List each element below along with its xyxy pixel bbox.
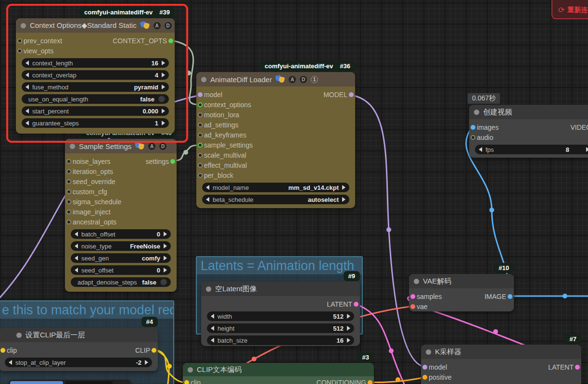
input-port-vae[interactable] — [410, 304, 415, 309]
input-port-clip[interactable] — [184, 380, 189, 384]
node-header[interactable]: Sample Settings A D — [65, 139, 177, 153]
node-create-video[interactable]: 创建视频 images VIDEO audio fps 8 — [469, 105, 588, 158]
decrement-arrow-icon[interactable] — [211, 314, 214, 319]
input-port-ad-keyframes[interactable] — [198, 133, 203, 137]
node-sample-settings[interactable]: Sample Settings A D noise_layers setting… — [65, 139, 177, 292]
decrement-arrow-icon[interactable] — [26, 121, 29, 125]
widget-fps[interactable]: fps 8 — [475, 145, 588, 154]
node-header[interactable]: 设置CLIP最后一层 — [0, 328, 158, 342]
widget-context-length[interactable]: context_length 16 — [22, 58, 169, 68]
decrement-arrow-icon[interactable] — [26, 109, 29, 113]
input-port-motion-lora[interactable] — [198, 112, 203, 117]
widget-pill[interactable] — [65, 381, 113, 384]
output-port-conditioning[interactable] — [368, 380, 372, 384]
node-context-options[interactable]: Context Options◆Standard Static A D prev… — [16, 18, 175, 134]
widget-start-percent[interactable]: start_percent 0.000 — [22, 106, 169, 116]
collapse-dot-icon[interactable] — [426, 349, 431, 355]
node-clip-text-encode[interactable]: CLIP文本编码 clip CONDITIONING — [183, 363, 374, 384]
decrement-arrow-icon[interactable] — [75, 268, 78, 273]
input-port-audio[interactable] — [471, 135, 475, 140]
decrement-arrow-icon[interactable] — [479, 147, 482, 152]
node-animatediff-loader[interactable]: AnimateDiff Loader A D 1 model MODEL con… — [196, 72, 355, 208]
collapse-dot-icon[interactable] — [16, 333, 22, 338]
prev-arrow-icon[interactable] — [75, 256, 78, 260]
next-arrow-icon[interactable] — [164, 244, 167, 248]
output-port-clip[interactable] — [152, 348, 156, 353]
node-header[interactable]: 空Latent图像 — [201, 282, 360, 296]
widget-width[interactable]: width 512 — [207, 311, 354, 321]
increment-arrow-icon[interactable] — [347, 314, 350, 319]
widget-beta-schedule[interactable]: beta_schedule autoselect — [202, 195, 349, 204]
decrement-arrow-icon[interactable] — [26, 73, 29, 77]
prev-arrow-icon[interactable] — [26, 85, 29, 89]
node-ksampler[interactable]: K采样器 model LATENT positive — [421, 345, 581, 384]
input-port-sigma-schedule[interactable] — [66, 199, 71, 204]
input-port-context-options[interactable] — [198, 102, 203, 107]
increment-arrow-icon[interactable] — [347, 338, 350, 343]
input-port-view-opts[interactable] — [17, 49, 22, 53]
output-port-model[interactable] — [349, 92, 354, 97]
decrement-arrow-icon[interactable] — [211, 338, 214, 343]
input-port-model[interactable] — [422, 365, 427, 370]
input-port-sample-settings[interactable] — [198, 143, 203, 148]
prev-arrow-icon[interactable] — [75, 244, 78, 248]
input-port-iteration-opts[interactable] — [66, 169, 71, 174]
decrement-arrow-icon[interactable] — [26, 61, 29, 65]
collapse-dot-icon[interactable] — [21, 23, 26, 28]
decrement-arrow-icon[interactable] — [9, 360, 12, 365]
increment-arrow-icon[interactable] — [164, 232, 167, 236]
increment-arrow-icon[interactable] — [162, 73, 165, 77]
input-port-positive[interactable] — [422, 375, 427, 380]
widget-guarantee-steps[interactable]: guarantee_steps 1 — [22, 118, 169, 128]
increment-arrow-icon[interactable] — [164, 268, 167, 273]
node-header[interactable]: VAE解码 — [409, 274, 514, 288]
node-header[interactable]: AnimateDiff Loader A D 1 — [196, 72, 355, 87]
increment-arrow-icon[interactable] — [347, 326, 350, 331]
widget-seed-offset[interactable]: seed_offset 0 — [71, 265, 171, 275]
increment-arrow-icon[interactable] — [145, 360, 148, 365]
output-port-latent[interactable] — [575, 365, 580, 370]
toggle-knob[interactable] — [158, 96, 165, 102]
prev-arrow-icon[interactable] — [206, 197, 209, 202]
next-arrow-icon[interactable] — [162, 85, 165, 89]
collapse-dot-icon[interactable] — [206, 286, 211, 292]
node-empty-latent[interactable]: 空Latent图像 LATENT width 512 height 512 ba… — [201, 282, 360, 346]
widget-batch-offset[interactable]: batch_offset 0 — [71, 229, 171, 239]
reconnect-toast[interactable]: ⟳ 重新连接 — [551, 0, 588, 19]
output-port-settings[interactable] — [170, 159, 175, 164]
prev-arrow-icon[interactable] — [206, 185, 209, 190]
next-arrow-icon[interactable] — [342, 185, 345, 190]
input-port-seed-override[interactable] — [66, 179, 71, 184]
decrement-arrow-icon[interactable] — [75, 232, 78, 236]
node-header[interactable]: Context Options◆Standard Static A D — [16, 18, 175, 33]
node-header[interactable]: K采样器 — [421, 345, 581, 359]
widget-seed-gen[interactable]: seed_gen comfy — [71, 253, 171, 263]
widget-batch-size[interactable]: batch_size 16 — [207, 335, 354, 345]
input-port-clip[interactable] — [0, 348, 5, 353]
toggle-knob[interactable] — [160, 279, 167, 285]
increment-arrow-icon[interactable] — [162, 121, 165, 125]
widget-stop-at-clip-layer[interactable]: stop_at_clip_layer -2 — [5, 358, 152, 367]
widget-fuse-method[interactable]: fuse_method pyramid — [22, 82, 169, 92]
node-partial-bottom[interactable] — [9, 380, 131, 384]
input-port-effect-multival[interactable] — [198, 163, 203, 168]
input-port-images[interactable] — [471, 125, 475, 130]
comfyui-canvas[interactable]: { "colors": { "bg": "#1f1f1f", "node-gra… — [0, 0, 588, 384]
input-port-samples[interactable] — [410, 294, 415, 299]
next-arrow-icon[interactable] — [164, 256, 167, 260]
input-port-ancestral-opts[interactable] — [66, 220, 71, 224]
widget-model-name[interactable]: model_name mm_sd_v14.ckpt — [202, 183, 349, 192]
increment-arrow-icon[interactable] — [162, 109, 165, 113]
input-port-noise-layers[interactable] — [66, 159, 71, 164]
node-clip-set-last-layer[interactable]: 设置CLIP最后一层 clip CLIP stop_at_clip_layer … — [0, 328, 158, 371]
decrement-arrow-icon[interactable] — [211, 326, 214, 331]
collapse-dot-icon[interactable] — [188, 367, 193, 372]
next-arrow-icon[interactable] — [342, 197, 345, 202]
collapse-dot-icon[interactable] — [414, 279, 419, 284]
node-header[interactable]: CLIP文本编码 — [183, 363, 374, 376]
input-port-model[interactable] — [198, 92, 203, 97]
output-port-image[interactable] — [508, 294, 512, 299]
input-port-per-block[interactable] — [198, 173, 203, 178]
node-header[interactable]: 创建视频 — [469, 105, 588, 119]
input-port-image-inject[interactable] — [66, 210, 71, 214]
